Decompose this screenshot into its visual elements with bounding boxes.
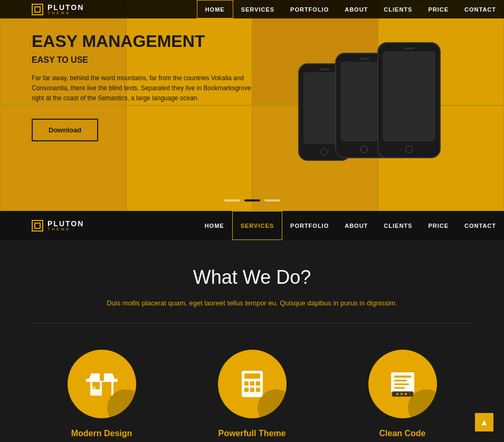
carousel-dots [224,199,280,201]
nav-link-portfolio[interactable]: PORTFOLIO [282,0,337,18]
hero-description: Far far away, behind the word mountains,… [32,73,253,104]
nav2-link-contact[interactable]: CONTACT [457,211,504,240]
phone-large [377,42,441,158]
nav-secondary: PLUTON THEME HOME SERVICES PORTFOLIO ABO… [0,211,504,240]
what-description: Duis mollis placerat quam, eget laoreet … [32,299,472,307]
code-icon [387,368,419,400]
divider [32,323,472,323]
service-icon-wrap-code [368,350,437,418]
service-card-code: Clean Code We Create Modern And Powerful… [334,350,471,442]
svg-rect-17 [394,376,411,378]
nav2-link-clients[interactable]: CLIENTS [376,211,420,240]
nav-link-services[interactable]: SERVICES [233,0,282,18]
scroll-to-top-button[interactable]: ▲ [475,413,493,431]
svg-rect-13 [250,388,254,392]
nav2-link-home[interactable]: HOME [197,211,232,240]
service-card-design: Modern Design We Create Modern And Clean… [33,350,170,442]
phone-speaker [319,69,330,70]
dot-2[interactable] [244,199,260,201]
hero-title: EASY MANAGEMENT [32,32,253,51]
nav-links-secondary: HOME SERVICES PORTFOLIO ABOUT CLIENTS PR… [197,211,504,240]
nav-links-primary: HOME SERVICES PORTFOLIO ABOUT CLIENTS PR… [197,0,504,18]
phone-home-2 [360,146,368,153]
phone-home-3 [405,146,413,153]
logo-icon-2 [32,220,43,232]
nav-primary: PLUTON THEME HOME SERVICES PORTFOLIO ABO… [0,0,504,18]
nav-link-about[interactable]: ABOUT [337,0,376,18]
logo[interactable]: PLUTON THEME [32,4,84,15]
svg-rect-12 [244,388,249,392]
svg-point-23 [401,393,403,395]
nav2-link-portfolio[interactable]: PORTFOLIO [282,211,337,240]
hero-content: EASY MANAGEMENT EASY TO USE Far far away… [32,32,253,141]
hero-phones [293,26,462,195]
what-title: What We Do? [32,266,472,289]
download-button[interactable]: Download [32,119,98,141]
svg-point-22 [396,393,398,395]
service-icon-wrap-theme [218,350,287,418]
svg-point-6 [92,386,96,390]
logo-main-text: PLUTON [47,4,84,11]
service-name-design: Modern Design [33,429,170,438]
phone-screen-3 [383,51,435,141]
nav2-link-about[interactable]: ABOUT [337,211,376,240]
logo-2[interactable]: PLUTON THEME [32,220,84,232]
nav2-link-price[interactable]: PRICE [420,211,457,240]
nav-link-contact[interactable]: CONTACT [457,0,504,18]
nav2-link-services[interactable]: SERVICES [232,211,282,240]
svg-rect-2 [102,382,111,396]
svg-rect-10 [250,381,254,386]
logo-icon [32,4,43,15]
svg-rect-11 [256,381,260,386]
service-name-theme: Powerfull Theme [184,429,321,438]
nav-link-home[interactable]: HOME [197,0,233,18]
svg-point-24 [405,393,407,395]
svg-rect-14 [256,388,260,392]
logo-text: PLUTON THEME [47,4,84,15]
svg-rect-5 [100,373,104,381]
svg-rect-16 [391,372,414,392]
logo-sub-text: THEME [47,11,84,15]
dot-3[interactable] [264,199,280,201]
svg-rect-19 [394,383,409,385]
service-name-code: Clean Code [334,429,471,438]
phone-speaker-2 [359,58,369,60]
calculator-icon [236,368,268,400]
svg-rect-20 [394,387,405,389]
store-icon [86,368,118,400]
services-grid: Modern Design We Create Modern And Clean… [32,350,472,442]
hero-subtitle: EASY TO USE [32,55,253,65]
dot-1[interactable] [224,199,240,201]
service-card-theme: Powerfull Theme We Create Modern And Pow… [184,350,321,442]
logo-sub-text-2: THEME [47,227,84,231]
services-section: PLUTON THEME HOME SERVICES PORTFOLIO ABO… [0,211,504,442]
phone-home [321,148,328,156]
nav-link-clients[interactable]: CLIENTS [376,0,420,18]
svg-rect-8 [244,373,260,379]
logo-text-2: PLUTON THEME [47,220,84,231]
hero-section: PLUTON THEME HOME SERVICES PORTFOLIO ABO… [0,0,504,211]
nav-link-price[interactable]: PRICE [420,0,457,18]
what-we-do-content: What We Do? Duis mollis placerat quam, e… [0,240,504,442]
service-icon-wrap-design [68,350,136,418]
logo-main-text-2: PLUTON [47,220,84,227]
svg-rect-18 [394,380,407,381]
phone-speaker-3 [404,47,414,49]
svg-rect-9 [244,381,249,386]
